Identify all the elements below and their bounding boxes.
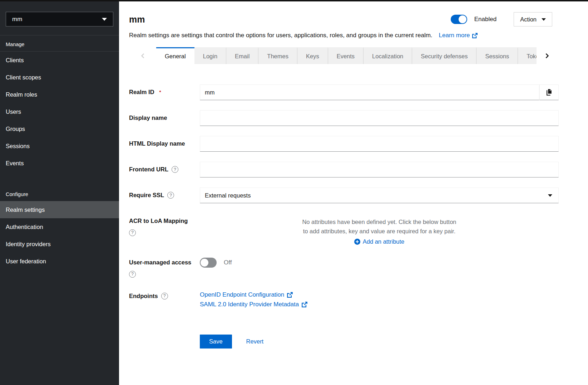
revert-button[interactable]: Revert [246, 338, 264, 345]
angle-right-icon [545, 53, 549, 59]
tab-sessions[interactable]: Sessions [476, 47, 518, 64]
add-attribute-button[interactable]: Add an attribute [354, 238, 405, 245]
realm-id-input[interactable] [200, 84, 539, 100]
learn-more-link[interactable]: Learn more [439, 32, 478, 39]
require-ssl-label: Require SSL ? [129, 187, 200, 203]
saml-metadata-link[interactable]: SAML 2.0 Identity Provider Metadata [200, 301, 559, 308]
sidebar-item-events[interactable]: Events [0, 155, 119, 172]
plus-circle-icon [354, 239, 360, 245]
add-attribute-label: Add an attribute [363, 238, 405, 245]
toggle-knob [201, 259, 208, 267]
tab-general[interactable]: General [156, 47, 194, 64]
app-layout: mm Manage Clients Client scopes Realm ro… [0, 0, 588, 385]
frontend-url-row: Frontend URL ? [129, 162, 559, 177]
copy-button[interactable] [539, 84, 559, 100]
openid-endpoint-link[interactable]: OpenID Endpoint Configuration [200, 291, 559, 298]
action-label: Action [520, 16, 537, 23]
sidebar-item-clients[interactable]: Clients [0, 52, 119, 69]
sidebar-item-user-federation[interactable]: User federation [0, 253, 119, 270]
help-icon[interactable]: ? [167, 192, 174, 199]
tab-keys[interactable]: Keys [297, 47, 328, 64]
page-title: mm [129, 14, 145, 25]
save-button[interactable]: Save [200, 335, 232, 349]
tabs-scroll-left-button[interactable] [129, 47, 156, 64]
caret-down-icon [548, 194, 552, 197]
help-icon[interactable]: ? [161, 293, 168, 299]
tabs-viewport: General Login Email Themes Keys Events L… [156, 47, 537, 64]
endpoints-row: Endpoints ? OpenID Endpoint Configuratio… [129, 291, 559, 308]
realm-enabled-toggle[interactable] [451, 15, 467, 24]
sidebar-item-realm-roles[interactable]: Realm roles [0, 86, 119, 103]
html-display-name-label: HTML Display name [129, 136, 200, 152]
external-link-icon [301, 301, 308, 308]
html-display-name-row: HTML Display name [129, 136, 559, 152]
actions-spacer [129, 318, 200, 349]
acr-loa-row: ACR to LoA Mapping ? No attributes have … [129, 213, 559, 246]
sidebar-item-groups[interactable]: Groups [0, 120, 119, 137]
display-name-label-text: Display name [129, 114, 167, 121]
display-name-label: Display name [129, 110, 200, 126]
page-description: Realm settings are settings that control… [129, 32, 433, 39]
realm-selector-dropdown[interactable]: mm [6, 12, 113, 26]
external-link-icon [287, 292, 293, 298]
required-indicator: * [159, 89, 161, 95]
display-name-row: Display name [129, 110, 559, 126]
page-header: mm Enabled Action Realm settings are set… [119, 1, 588, 39]
tab-security-defenses[interactable]: Security defenses [412, 47, 476, 64]
tabs-bar: General Login Email Themes Keys Events L… [119, 47, 588, 64]
frontend-url-label-text: Frontend URL [129, 166, 168, 173]
tab-email[interactable]: Email [226, 47, 258, 64]
toggle-knob [459, 15, 466, 23]
acr-loa-empty-state: No attributes have been defined yet. Cli… [200, 213, 559, 246]
help-icon[interactable]: ? [172, 166, 178, 173]
nav-section-manage: Manage Clients Client scopes Realm roles… [0, 35, 119, 172]
endpoints-label: Endpoints ? [129, 291, 200, 308]
saml-metadata-label: SAML 2.0 Identity Provider Metadata [200, 301, 299, 308]
user-managed-access-label-text: User-managed access [129, 259, 191, 266]
tab-login[interactable]: Login [194, 47, 226, 64]
tab-events[interactable]: Events [328, 47, 363, 64]
display-name-input[interactable] [200, 110, 559, 126]
realm-id-row: Realm ID* [129, 84, 559, 100]
caret-down-icon [542, 18, 546, 21]
tab-tokens[interactable]: Tokens [518, 47, 537, 64]
require-ssl-select[interactable]: External requests [200, 187, 559, 203]
general-settings-form: Realm ID* Display name [119, 64, 588, 349]
nav-section-title-manage: Manage [0, 35, 119, 51]
sidebar-item-authentication[interactable]: Authentication [0, 218, 119, 235]
sidebar-item-sessions[interactable]: Sessions [0, 137, 119, 155]
help-icon[interactable]: ? [129, 229, 136, 236]
form-actions-row: Save Revert [129, 318, 559, 349]
user-managed-access-state: Off [224, 259, 232, 266]
acr-loa-empty-text: No attributes have been defined yet. Cli… [302, 218, 456, 236]
frontend-url-label: Frontend URL ? [129, 162, 200, 177]
realm-selector-value: mm [12, 16, 22, 23]
tab-themes[interactable]: Themes [258, 47, 297, 64]
nav-section-configure: Configure Realm settings Authentication … [0, 185, 119, 270]
realm-id-label: Realm ID* [129, 84, 200, 100]
enabled-label: Enabled [474, 16, 496, 23]
tab-localization[interactable]: Localization [363, 47, 412, 64]
frontend-url-input[interactable] [200, 162, 559, 177]
top-bar [0, 0, 588, 1]
realm-id-label-text: Realm ID [129, 89, 154, 96]
action-dropdown-button[interactable]: Action [514, 12, 552, 26]
require-ssl-value: External requests [205, 192, 251, 199]
sidebar-item-client-scopes[interactable]: Client scopes [0, 69, 119, 86]
acr-loa-label-text: ACR to LoA Mapping [129, 218, 188, 224]
sidebar-item-realm-settings[interactable]: Realm settings [0, 201, 119, 218]
sidebar-item-users[interactable]: Users [0, 103, 119, 120]
learn-more-label: Learn more [439, 32, 470, 39]
user-managed-access-toggle[interactable] [200, 258, 217, 268]
user-managed-access-row: User-managed access ? Off [129, 255, 559, 278]
sidebar: mm Manage Clients Client scopes Realm ro… [0, 0, 119, 385]
html-display-name-input[interactable] [200, 136, 559, 152]
openid-endpoint-label: OpenID Endpoint Configuration [200, 291, 284, 298]
realm-switcher-wrap: mm [0, 1, 119, 35]
help-icon[interactable]: ? [129, 271, 136, 278]
sidebar-item-identity-providers[interactable]: Identity providers [0, 235, 119, 253]
tabs-scroll-right-button[interactable] [537, 47, 557, 64]
external-link-icon [472, 33, 478, 39]
require-ssl-row: Require SSL ? External requests [129, 187, 559, 203]
main-content: mm Enabled Action Realm settings are set… [119, 0, 588, 385]
